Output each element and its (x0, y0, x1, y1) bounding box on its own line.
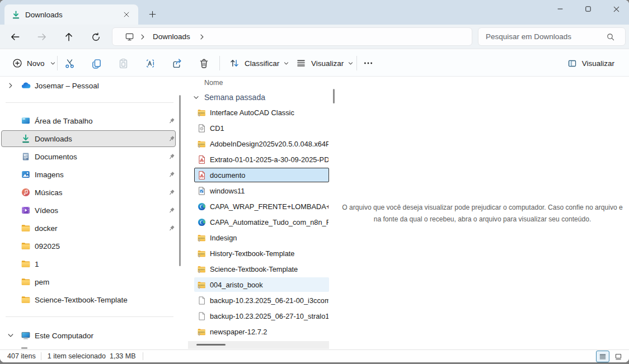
monitor-icon[interactable] (125, 32, 134, 41)
share-button[interactable] (166, 53, 188, 73)
sidebar-item-josemar-pessoal[interactable]: Josemar – Pessoal (1, 77, 176, 94)
chevron-right-icon[interactable] (6, 81, 15, 90)
sidebar-item-label: Downloads (35, 135, 72, 143)
file-row[interactable]: CAPA_Automatize_Tudo_com_n8n_FINA (194, 215, 329, 229)
rename-button[interactable] (139, 53, 161, 73)
sidebar-item-m-sicas[interactable]: Músicas (1, 184, 176, 201)
sidebar-divider (6, 102, 173, 103)
preview-pane-toggle[interactable]: Visualizar (562, 53, 620, 73)
share-icon (172, 58, 182, 69)
sidebar-item-1[interactable]: 1 (1, 256, 176, 272)
pin-icon (168, 117, 176, 125)
sidebar-item-imagens[interactable]: Imagens (1, 166, 176, 183)
new-button[interactable]: Novo (7, 53, 56, 73)
sort-button[interactable]: Classificar (223, 53, 295, 73)
paste-icon (118, 58, 129, 69)
sidebar-item-pem[interactable]: pem (1, 273, 176, 290)
sidebar-divider (6, 316, 173, 317)
maximize-icon (584, 5, 592, 13)
view-button-label: Visualizar (311, 59, 344, 68)
sidebar-item-v-deos[interactable]: Vídeos (1, 202, 176, 219)
sidebar-item--rea-de-trabalho[interactable]: Área de Trabalho (1, 112, 176, 129)
pin-icon (168, 135, 176, 143)
search-icon[interactable] (606, 32, 615, 41)
sort-icon (229, 58, 240, 68)
pin-icon (168, 153, 176, 160)
view-lines-icon (296, 58, 306, 68)
address-bar[interactable]: Downloads (112, 27, 472, 46)
sidebar-item-label: docker (35, 224, 58, 233)
file-row[interactable]: 004_aristo_book (194, 277, 329, 292)
refresh-button[interactable] (87, 28, 105, 46)
file-row[interactable]: CD1 (194, 121, 329, 135)
breadcrumb-location[interactable]: Downloads (149, 32, 194, 41)
file-row[interactable]: CAPA_WRAP_FRENTE+LOMBADA+VERS (194, 199, 329, 214)
explorer-tab[interactable]: Downloads (4, 4, 138, 25)
more-options-button[interactable] (358, 53, 378, 73)
paste-button[interactable] (112, 53, 134, 73)
chevron-down-icon[interactable] (192, 93, 200, 102)
file-row[interactable]: Extrato-01-01-2025-a-30-09-2025-PDF (194, 152, 329, 167)
details-view-toggle[interactable] (596, 351, 609, 362)
sidebar-item-science-textbook-template[interactable]: Science-Textbook-Template (1, 291, 176, 308)
sidebar-item-docker[interactable]: docker (1, 220, 176, 237)
sidebar-item-documentos[interactable]: Documentos (1, 148, 176, 165)
sidebar-item-este-computador[interactable]: Este Computador (1, 327, 176, 344)
status-separator (41, 352, 41, 360)
copy-button[interactable] (85, 53, 107, 73)
refresh-icon (91, 32, 101, 42)
close-icon (612, 5, 621, 13)
thumbnail-view-toggle[interactable] (612, 351, 625, 362)
generic-file-icon (197, 311, 206, 321)
file-name: Science-Textbook-Template (210, 265, 298, 273)
chevron-right-icon[interactable] (138, 32, 147, 41)
zip-folder-icon (197, 108, 206, 117)
view-button[interactable]: Visualizar (289, 53, 359, 73)
delete-button[interactable] (193, 53, 215, 73)
file-row[interactable]: Interface AutoCAD Classic (194, 105, 329, 120)
sidebar-scrollbar-thumb[interactable] (179, 95, 181, 266)
forward-button[interactable] (33, 28, 51, 46)
back-button[interactable] (6, 28, 24, 46)
up-button[interactable] (60, 28, 78, 46)
generic-file-icon (197, 296, 206, 305)
file-row[interactable]: windows11 (194, 183, 329, 198)
search-box[interactable]: Pesquisar em Downloads (478, 27, 626, 46)
sidebar-partial-item (21, 347, 27, 349)
group-label: Semana passada (204, 93, 265, 102)
toolbar-separator (219, 56, 220, 70)
file-name: backup-10.23.2025_06-21-00_i3ccom.tar. (210, 296, 329, 305)
new-tab-button[interactable] (144, 7, 160, 21)
chevron-down-icon (348, 60, 354, 67)
file-row[interactable]: AdobeInDesign2025v20.5.0.048.x64Premk (194, 136, 329, 151)
pin-icon (168, 206, 176, 214)
chevron-down-icon (50, 60, 56, 67)
file-row[interactable]: backup-10.23.2025_06-27-10_stralo18.tar. (194, 309, 329, 323)
sidebar-item-label: Josemar – Pessoal (35, 82, 99, 90)
sidebar-item-092025[interactable]: 092025 (1, 238, 176, 254)
minimize-button[interactable] (547, 0, 573, 18)
close-window-button[interactable] (603, 0, 629, 18)
file-row[interactable]: newspaper-12.7.2 (194, 324, 329, 339)
chevron-down-icon[interactable] (6, 331, 15, 340)
file-row[interactable]: Indesign (194, 230, 329, 245)
horizontal-scrollbar-thumb[interactable] (196, 344, 226, 346)
cut-button[interactable] (58, 53, 81, 73)
horizontal-scrollbar[interactable] (188, 341, 329, 349)
file-row[interactable]: History-Textbook-Template (194, 246, 329, 261)
group-header[interactable]: Semana passada (188, 91, 265, 104)
tab-title: Downloads (25, 11, 119, 19)
file-row[interactable]: Science-Textbook-Template (194, 262, 329, 276)
selection-count: 1 item selecionado (48, 352, 106, 360)
vertical-scrollbar-thumb[interactable] (333, 89, 335, 103)
file-row[interactable]: documento (194, 168, 329, 182)
sidebar-item-label: Área de Trabalho (35, 117, 93, 125)
sidebar-item-downloads[interactable]: Downloads (1, 130, 176, 147)
file-row[interactable]: backup-10.23.2025_06-21-00_i3ccom.tar. (194, 293, 329, 308)
zip-folder-icon (197, 327, 206, 337)
maximize-button[interactable] (575, 0, 601, 18)
tab-close-button[interactable] (119, 8, 134, 21)
column-header-name[interactable]: Nome (204, 79, 223, 87)
arrow-up-icon (64, 32, 74, 42)
chevron-right-icon[interactable] (198, 32, 206, 41)
